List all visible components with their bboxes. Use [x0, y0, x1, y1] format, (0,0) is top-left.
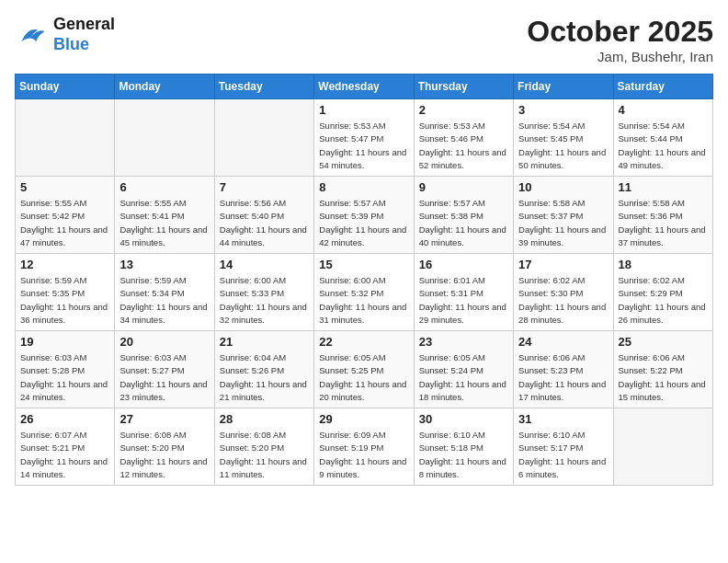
day-info: Sunrise: 6:00 AMSunset: 5:33 PMDaylight:…: [220, 274, 309, 327]
day-number: 2: [419, 103, 508, 117]
day-number: 8: [319, 180, 408, 194]
day-info: Sunrise: 6:04 AMSunset: 5:26 PMDaylight:…: [220, 351, 309, 404]
day-number: 4: [619, 103, 708, 117]
day-info: Sunrise: 6:10 AMSunset: 5:18 PMDaylight:…: [419, 429, 508, 481]
calendar-day-cell: 3Sunrise: 5:54 AMSunset: 5:45 PMDaylight…: [514, 99, 613, 177]
calendar-week-row: 12Sunrise: 5:59 AMSunset: 5:35 PMDayligh…: [16, 254, 713, 331]
calendar-day-cell: 23Sunrise: 6:05 AMSunset: 5:24 PMDayligh…: [414, 331, 513, 408]
day-info: Sunrise: 6:06 AMSunset: 5:23 PMDaylight:…: [518, 351, 608, 404]
day-info: Sunrise: 6:03 AMSunset: 5:27 PMDaylight:…: [119, 351, 209, 404]
day-number: 15: [319, 258, 408, 271]
calendar-day-cell: 30Sunrise: 6:10 AMSunset: 5:18 PMDayligh…: [414, 408, 513, 486]
day-info: Sunrise: 6:08 AMSunset: 5:20 PMDaylight:…: [220, 429, 309, 481]
calendar-day-cell: 15Sunrise: 6:00 AMSunset: 5:32 PMDayligh…: [314, 254, 414, 331]
calendar-day-cell: 27Sunrise: 6:08 AMSunset: 5:20 PMDayligh…: [115, 408, 214, 486]
day-number: 30: [419, 412, 508, 426]
calendar-day-cell: 29Sunrise: 6:09 AMSunset: 5:19 PMDayligh…: [314, 408, 414, 486]
logo-text: General Blue: [53, 15, 115, 54]
day-number: 27: [119, 412, 209, 426]
day-info: Sunrise: 6:00 AMSunset: 5:32 PMDaylight:…: [319, 274, 408, 327]
day-info: Sunrise: 5:53 AMSunset: 5:46 PMDaylight:…: [419, 120, 508, 172]
calendar-day-cell: 25Sunrise: 6:06 AMSunset: 5:22 PMDayligh…: [613, 331, 712, 408]
day-info: Sunrise: 6:03 AMSunset: 5:28 PMDaylight:…: [20, 351, 109, 404]
calendar-day-cell: 26Sunrise: 6:07 AMSunset: 5:21 PMDayligh…: [16, 408, 115, 486]
day-number: 25: [619, 335, 708, 349]
day-info: Sunrise: 6:02 AMSunset: 5:30 PMDaylight:…: [518, 274, 608, 327]
calendar-day-cell: 6Sunrise: 5:55 AMSunset: 5:41 PMDaylight…: [115, 177, 214, 254]
day-number: 26: [20, 412, 109, 426]
day-info: Sunrise: 5:59 AMSunset: 5:34 PMDaylight:…: [119, 274, 209, 327]
weekday-header-wednesday: Wednesday: [314, 75, 414, 99]
day-info: Sunrise: 5:55 AMSunset: 5:42 PMDaylight:…: [20, 197, 109, 249]
day-number: 22: [319, 335, 408, 349]
day-number: 23: [419, 335, 508, 349]
day-number: 13: [119, 258, 209, 271]
day-info: Sunrise: 6:05 AMSunset: 5:25 PMDaylight:…: [319, 351, 408, 404]
calendar-day-cell: 21Sunrise: 6:04 AMSunset: 5:26 PMDayligh…: [214, 331, 313, 408]
calendar-day-cell: [115, 99, 214, 177]
calendar-day-cell: 20Sunrise: 6:03 AMSunset: 5:27 PMDayligh…: [115, 331, 214, 408]
calendar-title-block: October 2025 Jam, Bushehr, Iran: [527, 15, 713, 64]
day-info: Sunrise: 5:58 AMSunset: 5:36 PMDaylight:…: [619, 197, 708, 249]
day-info: Sunrise: 6:06 AMSunset: 5:22 PMDaylight:…: [619, 351, 708, 404]
calendar-day-cell: 31Sunrise: 6:10 AMSunset: 5:17 PMDayligh…: [514, 408, 613, 486]
weekday-header-tuesday: Tuesday: [214, 75, 313, 99]
day-number: 20: [119, 335, 209, 349]
calendar-day-cell: 10Sunrise: 5:58 AMSunset: 5:37 PMDayligh…: [514, 177, 613, 254]
calendar-day-cell: 13Sunrise: 5:59 AMSunset: 5:34 PMDayligh…: [115, 254, 214, 331]
day-number: 5: [20, 180, 109, 194]
month-title: October 2025: [527, 15, 713, 49]
day-number: 28: [220, 412, 309, 426]
day-info: Sunrise: 5:55 AMSunset: 5:41 PMDaylight:…: [119, 197, 209, 249]
day-info: Sunrise: 5:56 AMSunset: 5:40 PMDaylight:…: [220, 197, 309, 249]
calendar-day-cell: 9Sunrise: 5:57 AMSunset: 5:38 PMDaylight…: [414, 177, 513, 254]
day-info: Sunrise: 5:53 AMSunset: 5:47 PMDaylight:…: [319, 120, 408, 172]
day-number: 9: [419, 180, 508, 194]
weekday-header-friday: Friday: [514, 75, 613, 99]
day-info: Sunrise: 6:09 AMSunset: 5:19 PMDaylight:…: [319, 429, 408, 481]
logo-icon: [15, 18, 48, 52]
calendar-week-row: 1Sunrise: 5:53 AMSunset: 5:47 PMDaylight…: [16, 99, 713, 177]
day-number: 17: [518, 258, 608, 271]
day-info: Sunrise: 6:02 AMSunset: 5:29 PMDaylight:…: [619, 274, 708, 327]
day-info: Sunrise: 5:54 AMSunset: 5:44 PMDaylight:…: [619, 120, 708, 172]
day-number: 29: [319, 412, 408, 426]
day-info: Sunrise: 5:57 AMSunset: 5:38 PMDaylight:…: [419, 197, 508, 249]
day-info: Sunrise: 6:08 AMSunset: 5:20 PMDaylight:…: [119, 429, 209, 481]
day-number: 12: [20, 258, 109, 271]
weekday-header-saturday: Saturday: [613, 75, 712, 99]
calendar-day-cell: [613, 408, 712, 486]
calendar-week-row: 5Sunrise: 5:55 AMSunset: 5:42 PMDaylight…: [16, 177, 713, 254]
day-info: Sunrise: 5:59 AMSunset: 5:35 PMDaylight:…: [20, 274, 109, 327]
day-info: Sunrise: 6:07 AMSunset: 5:21 PMDaylight:…: [20, 429, 109, 481]
calendar-week-row: 19Sunrise: 6:03 AMSunset: 5:28 PMDayligh…: [16, 331, 713, 408]
day-number: 7: [220, 180, 309, 194]
weekday-header-monday: Monday: [115, 75, 214, 99]
day-number: 14: [220, 258, 309, 271]
calendar-day-cell: 16Sunrise: 6:01 AMSunset: 5:31 PMDayligh…: [414, 254, 513, 331]
calendar-day-cell: 14Sunrise: 6:00 AMSunset: 5:33 PMDayligh…: [214, 254, 313, 331]
calendar-week-row: 26Sunrise: 6:07 AMSunset: 5:21 PMDayligh…: [16, 408, 713, 486]
calendar-day-cell: 4Sunrise: 5:54 AMSunset: 5:44 PMDaylight…: [613, 99, 712, 177]
calendar-day-cell: 24Sunrise: 6:06 AMSunset: 5:23 PMDayligh…: [514, 331, 613, 408]
weekday-header-thursday: Thursday: [414, 75, 513, 99]
calendar-day-cell: [16, 99, 115, 177]
calendar-day-cell: 28Sunrise: 6:08 AMSunset: 5:20 PMDayligh…: [214, 408, 313, 486]
day-number: 16: [419, 258, 508, 271]
day-number: 1: [319, 103, 408, 117]
calendar-day-cell: 11Sunrise: 5:58 AMSunset: 5:36 PMDayligh…: [613, 177, 712, 254]
calendar-table: SundayMondayTuesdayWednesdayThursdayFrid…: [15, 74, 713, 486]
day-info: Sunrise: 5:54 AMSunset: 5:45 PMDaylight:…: [518, 120, 608, 172]
day-info: Sunrise: 5:57 AMSunset: 5:39 PMDaylight:…: [319, 197, 408, 249]
calendar-day-cell: 7Sunrise: 5:56 AMSunset: 5:40 PMDaylight…: [214, 177, 313, 254]
day-info: Sunrise: 6:01 AMSunset: 5:31 PMDaylight:…: [419, 274, 508, 327]
calendar-day-cell: 22Sunrise: 6:05 AMSunset: 5:25 PMDayligh…: [314, 331, 414, 408]
day-number: 19: [20, 335, 109, 349]
calendar-day-cell: 17Sunrise: 6:02 AMSunset: 5:30 PMDayligh…: [514, 254, 613, 331]
calendar-day-cell: 8Sunrise: 5:57 AMSunset: 5:39 PMDaylight…: [314, 177, 414, 254]
logo: General Blue: [15, 15, 115, 54]
day-info: Sunrise: 6:05 AMSunset: 5:24 PMDaylight:…: [419, 351, 508, 404]
location-subtitle: Jam, Bushehr, Iran: [527, 49, 713, 64]
calendar-day-cell: 12Sunrise: 5:59 AMSunset: 5:35 PMDayligh…: [16, 254, 115, 331]
day-number: 6: [119, 180, 209, 194]
